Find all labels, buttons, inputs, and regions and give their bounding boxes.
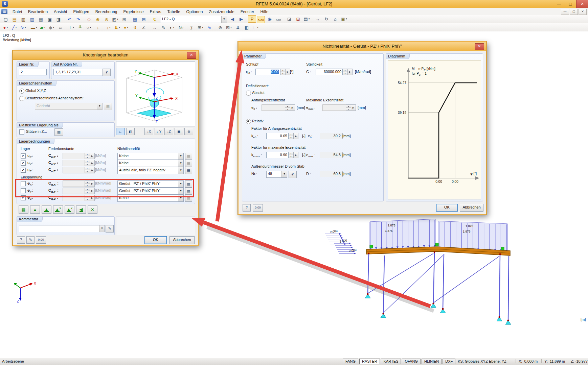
- view-isometric-button[interactable]: ▣: [175, 128, 183, 135]
- radio-user-axes[interactable]: [19, 96, 24, 101]
- e0-spinner[interactable]: ▲▼▶: [262, 104, 295, 111]
- ok-button[interactable]: OK: [436, 204, 458, 212]
- comment-icon[interactable]: ✎: [159, 24, 167, 31]
- calculation-icon[interactable]: ∑: [188, 24, 196, 31]
- numbering-icon[interactable]: №: [177, 24, 185, 31]
- scaffold-3d-model[interactable]: 1.875 1.876 1.875 1.876 2.000 2.000 2.00…: [321, 210, 531, 328]
- nodal-support-icon[interactable]: ⊥▼: [67, 24, 75, 31]
- phi0-spinner[interactable]: 0.00 ▲▼▶: [255, 69, 290, 75]
- radio-global-xyz[interactable]: [19, 89, 24, 94]
- pick-view-icon[interactable]: ◩▼: [111, 16, 119, 23]
- redo-icon[interactable]: ↷: [74, 16, 82, 23]
- nonlinearity-combo[interactable]: Gerüst - PZ' / PhiX' PhiY'▼: [117, 188, 184, 195]
- free-load-icon[interactable]: ↯: [131, 24, 139, 31]
- selection-icon[interactable]: ⊠▼: [225, 24, 233, 31]
- nonlinearity-combo[interactable]: Keine▼: [117, 160, 184, 167]
- member-hinge-icon[interactable]: ○▼: [85, 24, 93, 31]
- view-in-x-button[interactable]: ↓X: [144, 128, 153, 135]
- print-icon[interactable]: ▣: [46, 16, 54, 23]
- pan-view-icon[interactable]: ↔: [314, 15, 322, 23]
- knoten-nr-field[interactable]: 1,3,15,17,29,31: [53, 69, 104, 75]
- menu-ansicht[interactable]: Ansicht: [51, 9, 70, 15]
- insert-surface-icon[interactable]: ▰▼: [39, 24, 47, 31]
- nonlinearity-edit-button[interactable]: ▦: [185, 167, 192, 174]
- show-load-values-icon[interactable]: X.XX: [257, 16, 265, 23]
- edit-units-button[interactable]: ✎: [26, 236, 35, 244]
- nonlinearity-combo[interactable]: Keine▼: [117, 195, 184, 202]
- previous-load-case-icon[interactable]: ◀: [228, 15, 236, 23]
- new-window-icon[interactable]: ⊞: [120, 16, 128, 23]
- menu-fenster[interactable]: Fenster: [238, 9, 257, 15]
- support-roller-button[interactable]: ◀: [76, 205, 86, 214]
- member-load-icon[interactable]: ⇊▼: [113, 24, 121, 31]
- support-sliding-y-button[interactable]: ▲Y: [65, 205, 74, 214]
- insert-member-icon[interactable]: ▬▼: [30, 24, 38, 31]
- table-layout-icon[interactable]: ⊟: [140, 16, 148, 23]
- result-tables-icon[interactable]: ⊞: [294, 15, 302, 23]
- support-hinged-button[interactable]: ▲: [30, 205, 40, 214]
- spring-constant-spinner[interactable]: ▲▼▶: [63, 180, 95, 187]
- dialog-close-icon[interactable]: ✕: [187, 52, 196, 59]
- line-support-icon[interactable]: ╨: [76, 24, 84, 31]
- insert-node-icon[interactable]: ●▼: [2, 24, 10, 31]
- support-rigid-button[interactable]: ▦: [19, 205, 28, 214]
- help-button[interactable]: ?: [243, 204, 251, 212]
- view-rendered-button[interactable]: ◧: [126, 128, 135, 135]
- help-button[interactable]: ?: [17, 236, 25, 244]
- kommentar-combo[interactable]: ▼: [19, 225, 105, 232]
- menu-bearbeiten[interactable]: Bearbeiten: [25, 9, 51, 15]
- support-sliding-x-button[interactable]: ▲X: [53, 205, 63, 214]
- spring-constant-spinner[interactable]: ▲▼▶: [63, 195, 95, 201]
- surface-load-icon[interactable]: ≡▼: [122, 24, 130, 31]
- elastic-settings-button[interactable]: ▦: [54, 128, 63, 136]
- load-case-combo[interactable]: LF2 - Q ▼: [160, 16, 227, 23]
- support-φY'-checkbox[interactable]: [21, 188, 26, 193]
- support-preview-panel[interactable]: X Y Z X' Y' Z': [116, 62, 195, 126]
- spin-arrows-icon[interactable]: ▲▼: [280, 69, 286, 75]
- menu-ergebnisse[interactable]: Ergebnisse: [120, 9, 147, 15]
- kommentar-edit-button[interactable]: ✎: [106, 225, 114, 233]
- insert-opening-icon[interactable]: ▱: [56, 24, 65, 31]
- menu-optionen[interactable]: Optionen: [183, 9, 206, 15]
- spin-more-icon[interactable]: ▶: [286, 69, 290, 75]
- mdi-restore-button[interactable]: ▢: [570, 9, 578, 15]
- mdi-close-button[interactable]: ✕: [579, 9, 587, 15]
- nodal-load-icon[interactable]: ↓▼: [105, 24, 113, 31]
- save-icon[interactable]: ▥: [28, 16, 36, 23]
- mirror-icon[interactable]: ◧: [243, 24, 251, 31]
- ok-button[interactable]: OK: [144, 236, 167, 244]
- nonlinearity-combo[interactable]: Keine▼: [117, 153, 184, 160]
- clipboard-icon[interactable]: ▦: [37, 16, 45, 23]
- close-button[interactable]: ✕: [576, 0, 588, 8]
- move-copy-icon[interactable]: ⇊: [234, 24, 242, 31]
- kemax-spinner[interactable]: 0.90 ▲▼▶: [266, 152, 298, 158]
- visibility-icon[interactable]: ◐▼: [168, 24, 176, 31]
- imperfection-icon[interactable]: ∠: [140, 24, 148, 31]
- menu-berechnung[interactable]: Berechnung: [92, 9, 120, 15]
- menu-hilfe[interactable]: Hilfe: [257, 9, 271, 15]
- minimize-button[interactable]: —: [553, 0, 565, 8]
- status-fang-toggle[interactable]: FANG: [343, 359, 358, 364]
- undo-icon[interactable]: ↶: [65, 16, 73, 23]
- cancel-button[interactable]: Abbrechen: [460, 204, 483, 212]
- spin-more-icon[interactable]: ▶: [294, 152, 298, 158]
- dialog-close-icon[interactable]: ✕: [475, 43, 484, 50]
- new-file-icon[interactable]: ▢: [2, 16, 10, 23]
- spin-arrows-icon[interactable]: ▲▼: [289, 133, 294, 139]
- load-case-icon[interactable]: ↯: [151, 16, 159, 23]
- support-uZ'-checkbox[interactable]: ✔: [21, 168, 26, 173]
- support-uY'-checkbox[interactable]: ✔: [21, 161, 26, 166]
- coordinate-system-icon[interactable]: ∟▼: [251, 24, 259, 31]
- menu-extras[interactable]: Extras: [147, 9, 164, 15]
- spring-constant-spinner[interactable]: ▲▼▶: [63, 160, 95, 166]
- axes-system-combo[interactable]: Gedreht▼: [35, 103, 103, 110]
- save-as-icon[interactable]: ▥: [19, 16, 27, 23]
- rotate-view-icon[interactable]: ↻: [322, 15, 331, 23]
- pick-nodes-button[interactable]: ➤: [103, 69, 111, 76]
- spin-arrows-icon[interactable]: ▲▼: [289, 152, 294, 158]
- menu-einfügen[interactable]: Einfügen: [70, 9, 92, 15]
- support-free-button[interactable]: ✕: [88, 205, 97, 214]
- spin-more-icon[interactable]: ▶: [294, 133, 298, 139]
- nonlinearity-edit-button[interactable]: ▦: [185, 195, 192, 202]
- edit-axes-button[interactable]: ▦: [104, 103, 112, 110]
